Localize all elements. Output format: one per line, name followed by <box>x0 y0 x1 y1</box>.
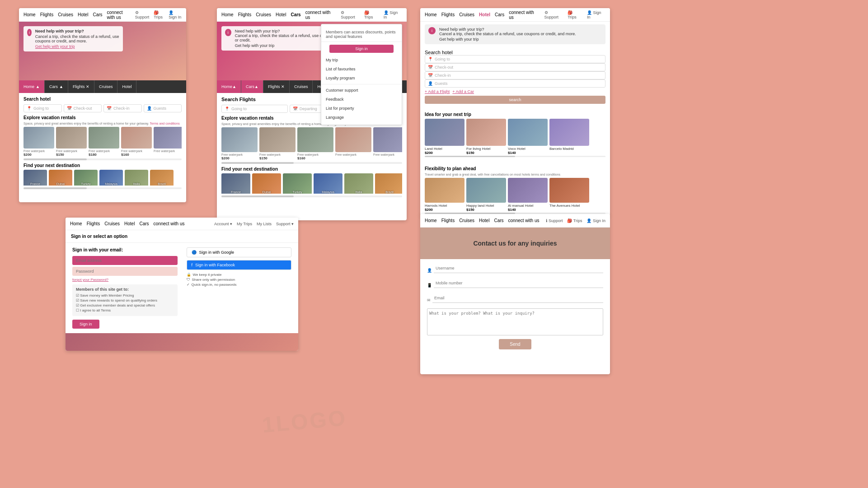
dropdown-feedback[interactable]: Feedback <box>321 95 402 104</box>
dropdown-language[interactable]: Language <box>321 113 402 122</box>
checkin-input-3[interactable]: 📅 Check-in <box>425 71 605 79</box>
dest-scroll-2[interactable] <box>221 195 402 197</box>
help-link-2[interactable]: Get help with your trip <box>235 43 275 48</box>
nav-account-4[interactable]: Account ▾ <box>214 222 232 226</box>
dropdown-support[interactable]: Customer support <box>321 86 402 95</box>
nav-support-2[interactable]: ⚙ Support <box>341 10 360 19</box>
password-input-4[interactable] <box>72 267 178 276</box>
dropdown-list-property[interactable]: List for property <box>321 104 402 113</box>
dest-malaysia-1[interactable]: Malaysia <box>99 170 123 186</box>
nav-hotel-3[interactable]: Hotel <box>479 12 490 17</box>
checkout-input-1[interactable]: 📅 Check-out <box>64 104 102 112</box>
tab-flights-2[interactable]: Flights ✕ <box>263 80 290 93</box>
dropdown-signin-btn[interactable]: Sign in <box>329 45 394 53</box>
tab-cruises-1[interactable]: Cruises <box>94 80 118 93</box>
guests-input-1[interactable]: 👤 Guests <box>144 104 182 112</box>
dest-france-1[interactable]: France <box>23 170 47 186</box>
nav-flights-3[interactable]: Flights <box>441 12 455 17</box>
nav-trips-3[interactable]: 🎒 Trips <box>568 10 582 19</box>
forgot-link-4[interactable]: forgot your Password? <box>72 278 178 282</box>
terms-link-1[interactable]: Terms and conditions <box>150 122 180 125</box>
nav-support-3[interactable]: ⚙ Support <box>544 10 563 19</box>
nav-flights-1[interactable]: Flights <box>40 12 53 17</box>
nav-cars-3[interactable]: Cars <box>495 12 504 17</box>
nav-trips-1[interactable]: 🎒 Trips <box>154 10 164 19</box>
nav-connect-2[interactable]: connect with us <box>305 10 337 20</box>
dest-dubai-2[interactable]: Dubai <box>252 173 281 194</box>
add-flight-link-3[interactable]: + Add a Flight <box>425 89 450 94</box>
dest-brazil-1[interactable]: Brazil <box>150 170 174 186</box>
nav-cruises-2[interactable]: Cruises <box>256 12 271 17</box>
nav-signin-5[interactable]: 👤 Sign In <box>586 218 605 223</box>
nav-cruises-5[interactable]: Cruises <box>459 218 474 223</box>
tab-home-1[interactable]: Home ▲ <box>19 80 45 93</box>
nav-hotel-1[interactable]: Hotel <box>78 12 88 17</box>
tab-cars-2[interactable]: Cars ▲ <box>241 80 263 93</box>
going-to-input-3[interactable]: 📍 Going to <box>425 55 605 63</box>
send-btn-5[interactable]: Send <box>499 339 531 349</box>
tab-hotel-1[interactable]: Hotel <box>117 80 136 93</box>
nav-cars-4[interactable]: Cars <box>139 221 149 226</box>
nav-connect-1[interactable]: connect with us <box>107 10 131 20</box>
nav-home-4[interactable]: Home <box>70 221 82 226</box>
nav-trips-5[interactable]: 🎒 Trips <box>567 218 582 223</box>
hotel-scroll-2[interactable] <box>221 162 402 164</box>
nav-signin-1[interactable]: 👤 Sign In <box>169 10 182 19</box>
nav-hotel-5[interactable]: Hotel <box>479 218 489 223</box>
nav-mytrips-4[interactable]: My Trips <box>237 222 252 226</box>
dropdown-my-trip[interactable]: My trip <box>321 56 402 65</box>
nav-cruises-4[interactable]: Cruises <box>104 221 120 226</box>
email-input-5[interactable] <box>432 293 603 303</box>
nav-cars-1[interactable]: Cars <box>93 12 102 17</box>
help-link-3[interactable]: Get help with your trip <box>439 37 479 42</box>
dest-turkey-2[interactable]: Turkey <box>283 173 312 194</box>
going-to-input-2[interactable]: 📍 Going to <box>221 105 288 113</box>
google-signin-btn-4[interactable]: 🔵 Sign in with Google <box>187 247 292 257</box>
tab-cruises-2[interactable]: Cruises <box>290 80 313 93</box>
dropdown-favourites[interactable]: List of favourites <box>321 65 402 74</box>
going-to-input-1[interactable]: 📍 Going to <box>23 104 62 112</box>
nav-home-1[interactable]: Home <box>23 12 36 17</box>
dropdown-loyalty[interactable]: Loyalty program <box>321 74 402 83</box>
dest-france-2[interactable]: France <box>221 173 250 194</box>
email-input-4[interactable] <box>72 256 178 265</box>
nav-flights-4[interactable]: Flights <box>87 221 100 226</box>
dest-dubai-1[interactable]: Dubai <box>49 170 72 186</box>
dest-scroll-1[interactable] <box>23 187 182 189</box>
add-car-link-3[interactable]: + Add a Car <box>452 89 474 94</box>
nav-home-2[interactable]: Home <box>221 12 234 17</box>
tab-home-2[interactable]: Home ▲ <box>217 80 241 93</box>
nav-flights-5[interactable]: Flights <box>441 218 455 223</box>
nav-connect-4[interactable]: connect with us <box>154 221 185 226</box>
checkin-input-1[interactable]: 📅 Check-in <box>103 104 142 112</box>
nav-home-3[interactable]: Home <box>425 12 437 17</box>
nav-cars-5[interactable]: Cars <box>494 218 503 223</box>
nav-cruises-1[interactable]: Cruises <box>58 12 73 17</box>
nav-cruises-3[interactable]: Cruises <box>459 12 474 17</box>
dest-brazil-2[interactable]: Brazil <box>375 173 402 194</box>
nav-support-4[interactable]: Support ▾ <box>276 222 294 226</box>
nav-home-5[interactable]: Home <box>425 218 437 223</box>
nav-connect-5[interactable]: connect with us <box>508 218 540 223</box>
facebook-signin-btn-4[interactable]: f Sign in with Facebook <box>187 260 292 270</box>
nav-hotel-4[interactable]: Hotel <box>124 221 135 226</box>
nav-mylists-4[interactable]: My Lists <box>257 222 272 226</box>
nav-signin-2[interactable]: 👤 Sign In <box>384 10 402 19</box>
dest-italia-1[interactable]: Italia <box>125 170 148 186</box>
help-link-1[interactable]: Get help with your trip <box>35 44 75 49</box>
username-input-5[interactable] <box>434 264 603 273</box>
nav-cars-2[interactable]: Cars <box>291 12 300 17</box>
nav-hotel-2[interactable]: Hotel <box>276 12 286 17</box>
dest-turkey-1[interactable]: Turkey <box>74 170 98 186</box>
nav-support-1[interactable]: ⚙ Support <box>135 10 150 19</box>
tab-flights-1[interactable]: Flights ✕ <box>68 80 94 93</box>
search-btn-3[interactable]: search <box>425 96 605 104</box>
nav-flights-2[interactable]: Flights <box>238 12 251 17</box>
nav-connect-3[interactable]: connect with us <box>509 10 540 20</box>
nav-signin-3[interactable]: 👤 Sign In <box>587 10 605 19</box>
nav-support-5[interactable]: ℹ Support <box>546 218 563 223</box>
hotel-scroll-1[interactable] <box>23 158 182 160</box>
dest-italia-2[interactable]: Italia <box>344 173 373 194</box>
guests-input-3[interactable]: 👤 Guests <box>425 79 605 88</box>
mobile-input-5[interactable] <box>434 279 603 288</box>
